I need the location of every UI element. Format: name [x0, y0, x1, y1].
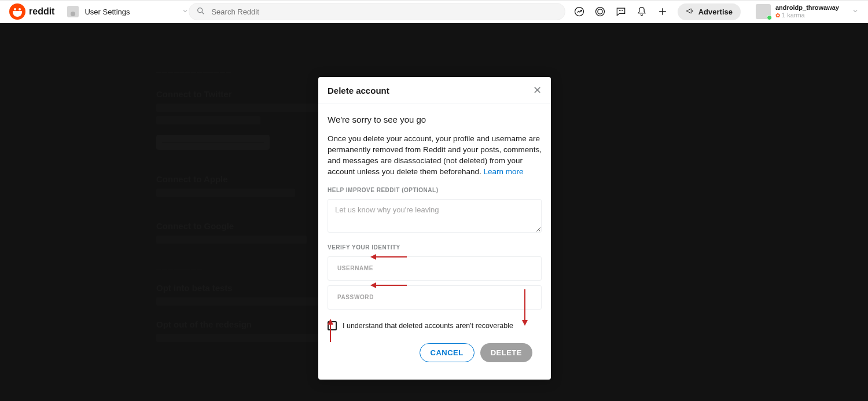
chat-icon[interactable] [615, 6, 627, 17]
reddit-logo[interactable]: reddit [9, 3, 54, 20]
top-nav: reddit User Settings [0, 0, 868, 23]
modal-footer: CANCEL DELETE [328, 343, 542, 371]
megaphone-icon [686, 6, 695, 17]
svg-point-0 [198, 8, 203, 12]
svg-point-3 [595, 8, 604, 16]
avatar-icon [67, 6, 79, 17]
confirm-row: I understand that deleted accounts aren'… [328, 321, 542, 330]
delete-button[interactable]: DELETE [480, 343, 532, 362]
help-section-label: HELP IMPROVE REDDIT (OPTIONAL) [328, 187, 542, 193]
coin-icon[interactable] [594, 6, 606, 17]
username-input[interactable] [337, 265, 532, 271]
modal-description: Once you delete your account, your profi… [328, 134, 542, 178]
search-input[interactable] [211, 8, 557, 16]
learn-more-link[interactable]: Learn more [483, 167, 523, 176]
svg-point-7 [621, 10, 623, 12]
user-menu[interactable]: androidp_throwaway ✿ 1 karma [756, 4, 859, 19]
karma-icon: ✿ [775, 12, 780, 19]
brand-text: reddit [29, 6, 54, 17]
nav-dropdown[interactable]: User Settings [67, 6, 189, 17]
delete-account-modal: Delete account ✕ We're sorry to see you … [318, 77, 551, 380]
reddit-icon [9, 3, 25, 20]
close-icon[interactable]: ✕ [533, 85, 542, 95]
chevron-down-icon [852, 6, 859, 17]
password-field-wrapper [328, 285, 542, 310]
user-karma: ✿ 1 karma [775, 12, 839, 19]
notifications-icon[interactable] [636, 6, 648, 17]
avatar [756, 4, 771, 19]
advertise-button[interactable]: Advertise [678, 3, 741, 20]
user-name: androidp_throwaway [775, 4, 839, 12]
header-actions: Advertise androidp_throwaway ✿ 1 karma [573, 3, 859, 20]
svg-point-4 [598, 9, 602, 14]
nav-dropdown-label: User Settings [84, 8, 130, 16]
popular-icon[interactable] [573, 6, 585, 17]
svg-point-5 [619, 10, 620, 12]
modal-header: Delete account ✕ [318, 77, 551, 104]
search-bar[interactable] [189, 3, 565, 20]
checkbox-label: I understand that deleted accounts aren'… [343, 322, 513, 330]
user-info: androidp_throwaway ✿ 1 karma [775, 4, 839, 19]
search-icon [196, 6, 205, 17]
create-post-icon[interactable] [657, 6, 668, 17]
svg-point-6 [620, 10, 621, 12]
svg-line-1 [202, 12, 204, 14]
modal-subtitle: We're sorry to see you go [328, 115, 542, 124]
password-input[interactable] [337, 294, 532, 300]
verify-section-label: VERIFY YOUR IDENTITY [328, 244, 542, 251]
chevron-down-icon [182, 8, 189, 16]
username-field-wrapper [328, 256, 542, 281]
advertise-label: Advertise [698, 8, 733, 16]
modal-title: Delete account [328, 86, 389, 95]
leaving-reason-textarea[interactable] [328, 199, 542, 233]
cancel-button[interactable]: CANCEL [420, 343, 475, 362]
